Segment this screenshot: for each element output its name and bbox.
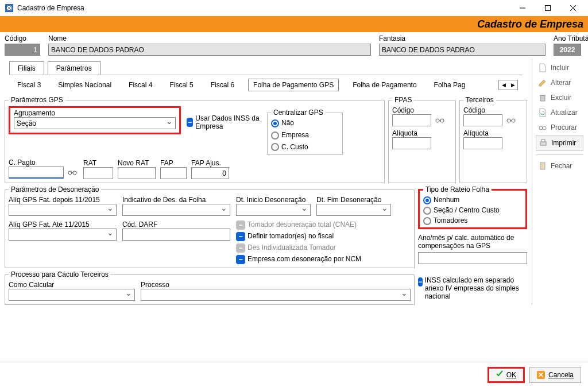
usar-dados-check[interactable] <box>187 118 193 127</box>
rateio-secao[interactable] <box>423 207 431 215</box>
side-incluir[interactable]: Incluir <box>536 60 583 75</box>
printer-icon <box>539 138 548 148</box>
tab-fiscal3[interactable]: Fiscal 3 <box>14 79 44 91</box>
binoculars-icon <box>538 123 547 132</box>
tab-simples[interactable]: Simples Nacional <box>55 79 115 91</box>
indic-combo[interactable] <box>122 204 230 216</box>
darf-input[interactable] <box>122 229 230 241</box>
svg-rect-11 <box>541 140 545 142</box>
svg-point-4 <box>436 119 439 122</box>
cancel-button[interactable]: ✕ Cancela <box>529 367 581 383</box>
header-bar: Cadastro de Empresa <box>0 16 588 32</box>
tab-fiscal6[interactable]: Fiscal 6 <box>207 79 238 91</box>
svg-rect-12 <box>540 162 545 169</box>
tab-folha-pag[interactable]: Folha de Pagamento <box>349 79 420 91</box>
tab-filiais[interactable]: Filiais <box>9 61 44 75</box>
svg-point-5 <box>440 119 444 122</box>
svg-point-8 <box>539 126 543 130</box>
rat-input[interactable] <box>83 167 113 179</box>
svg-point-6 <box>507 119 510 122</box>
side-procurar[interactable]: Procurar <box>536 120 583 135</box>
ano-label: Ano Tributário <box>554 34 588 42</box>
inss-sep-label: INSS calculado em separado anexo IV empr… <box>425 276 527 300</box>
side-alterar[interactable]: Alterar <box>536 75 583 90</box>
chk-des-individual[interactable] <box>236 243 245 253</box>
rateio-nenhum[interactable] <box>423 196 431 204</box>
chk-tomador-total[interactable] <box>236 220 245 230</box>
side-atualizar[interactable]: Atualizar <box>536 105 583 120</box>
titlebar: Cadastro de Empresa <box>0 0 588 16</box>
aliq-ate-combo[interactable] <box>9 229 117 241</box>
proc-legend: Processo para Cáculo Terceiros <box>9 270 111 278</box>
tab-fiscal5[interactable]: Fiscal 5 <box>166 79 196 91</box>
anomes-label: Ano/mês p/ calc. automático de compensaç… <box>418 234 527 250</box>
como-combo[interactable] <box>9 289 135 301</box>
codigo-label: Código <box>5 34 40 42</box>
agrup-label: Agrupamento <box>14 109 176 117</box>
svg-point-2 <box>68 171 72 175</box>
maximize-button[interactable] <box>535 0 560 16</box>
svg-point-9 <box>543 126 546 130</box>
terc-aliq-input[interactable] <box>463 137 502 149</box>
central-legend: Centralizar GPS <box>271 109 326 117</box>
cpagto-input[interactable] <box>9 167 64 179</box>
central-empresa[interactable] <box>271 131 279 140</box>
svg-point-7 <box>512 119 515 122</box>
terc-lookup[interactable] <box>505 114 517 127</box>
novorat-input[interactable] <box>118 167 156 179</box>
side-excluir[interactable]: Excluir <box>536 90 583 105</box>
fantasia-input[interactable] <box>379 44 546 56</box>
fapajus-input[interactable] <box>191 167 229 179</box>
inss-sep-check[interactable] <box>418 277 423 287</box>
gps-legend: Parâmetros GPS <box>9 96 65 104</box>
x-icon: ✕ <box>537 371 545 379</box>
chk-definir-tomador[interactable] <box>236 232 245 241</box>
refresh-icon <box>538 108 547 117</box>
rateio-tomadores[interactable] <box>423 217 431 225</box>
ano-input[interactable] <box>554 44 581 56</box>
ok-button[interactable]: OK <box>488 367 525 383</box>
fpas-legend: FPAS <box>392 96 414 104</box>
tab-scroll-left[interactable]: ◀ <box>499 80 508 90</box>
agrup-combo[interactable]: Seção <box>14 117 176 129</box>
side-fechar[interactable]: Fechar <box>536 158 583 173</box>
svg-point-3 <box>73 171 76 175</box>
central-nao[interactable] <box>271 119 279 127</box>
nome-input[interactable] <box>48 44 371 56</box>
side-imprimir[interactable]: Imprimir <box>536 135 583 151</box>
aliq-depois-combo[interactable] <box>9 204 117 216</box>
window-title: Cadastro de Empresa <box>17 4 510 12</box>
dt-fim-combo[interactable] <box>316 204 391 216</box>
fap-input[interactable] <box>160 167 187 179</box>
close-button[interactable] <box>560 0 586 16</box>
svg-rect-10 <box>540 142 546 145</box>
check-icon <box>496 370 503 379</box>
dt-ini-combo[interactable] <box>236 204 311 216</box>
tab-folha-gps[interactable]: Folha de Pagamento GPS <box>248 79 339 91</box>
deson-legend: Parâmetros de Desoneração <box>9 185 101 194</box>
tab-scroll-right[interactable]: ▶ <box>508 80 517 90</box>
processo-combo[interactable] <box>141 289 411 301</box>
tab-folha-pag2[interactable]: Folha Pag <box>431 79 469 91</box>
header-title: Cadastro de Empresa <box>477 18 583 30</box>
trash-icon <box>538 93 547 102</box>
chk-deson-ncm[interactable] <box>236 255 245 264</box>
tab-parametros[interactable]: Parâmetros <box>48 61 100 75</box>
fpas-aliq-input[interactable] <box>392 137 431 149</box>
svg-rect-1 <box>546 6 551 11</box>
anomes-input[interactable] <box>418 252 527 264</box>
minimize-button[interactable] <box>510 0 535 16</box>
nome-label: Nome <box>48 34 371 42</box>
fpas-lookup[interactable] <box>434 114 446 127</box>
fpas-codigo-input[interactable] <box>392 114 431 126</box>
cpagto-lookup[interactable] <box>66 167 79 179</box>
tab-fiscal4[interactable]: Fiscal 4 <box>125 79 156 91</box>
page-icon <box>538 63 547 72</box>
fantasia-label: Fantasia <box>379 34 546 42</box>
door-icon <box>538 161 547 171</box>
central-ccusto[interactable] <box>271 143 279 151</box>
codigo-input[interactable] <box>5 44 40 56</box>
terc-codigo-input[interactable] <box>463 114 502 126</box>
terc-legend: Terceiros <box>463 96 496 104</box>
app-icon <box>5 3 14 13</box>
